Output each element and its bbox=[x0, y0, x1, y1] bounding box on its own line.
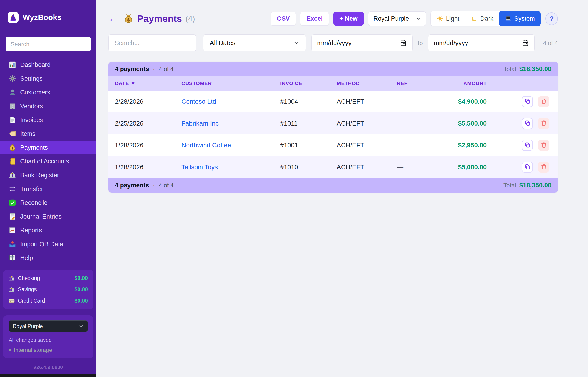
cell-method: ACH/EFT bbox=[337, 120, 397, 127]
calendar-icon[interactable] bbox=[400, 40, 407, 47]
settings-icon bbox=[9, 75, 16, 82]
cell-invoice: #1011 bbox=[280, 120, 337, 127]
copy-icon bbox=[524, 98, 531, 105]
theme-dropdown[interactable]: Royal Purple bbox=[368, 12, 426, 26]
account-balance: $0.00 bbox=[74, 286, 88, 293]
sidebar-item-payments[interactable]: $Payments bbox=[0, 141, 96, 154]
trash-icon bbox=[541, 141, 547, 149]
cell-actions bbox=[487, 140, 552, 151]
delete-button[interactable] bbox=[538, 162, 549, 173]
column-header-method[interactable]: METHOD bbox=[337, 81, 397, 86]
table-row[interactable]: 1/28/2026Tailspin Toys#1010ACH/EFT—$5,00… bbox=[108, 156, 558, 178]
sidebar-item-invoices[interactable]: Invoices bbox=[0, 113, 96, 127]
sidebar-item-dashboard[interactable]: Dashboard bbox=[0, 58, 96, 72]
cell-customer: Fabrikam Inc bbox=[181, 120, 280, 127]
customer-link[interactable]: Fabrikam Inc bbox=[181, 120, 219, 127]
cell-date: 2/25/2026 bbox=[115, 120, 181, 127]
help-button[interactable]: ? bbox=[545, 12, 558, 25]
sidebar-item-reconcile[interactable]: Reconcile bbox=[0, 196, 96, 210]
wyzbooks-logo-icon bbox=[8, 12, 19, 23]
csv-button[interactable]: CSV bbox=[271, 12, 296, 25]
sidebar-search-input[interactable] bbox=[6, 37, 91, 51]
trash-icon bbox=[541, 164, 547, 171]
table-body: 2/28/2026Contoso Ltd#1004ACH/EFT—$4,900.… bbox=[108, 91, 558, 178]
sidebar-item-help[interactable]: Help bbox=[0, 251, 96, 265]
sidebar-spacer bbox=[0, 265, 96, 270]
sidebar-item-journal-entries[interactable]: Journal Entries bbox=[0, 210, 96, 224]
customers-icon bbox=[9, 89, 16, 96]
filter-bar: All Dates mm/dd/yyyy to mm/dd/yyyy 4 of … bbox=[108, 35, 558, 51]
vendors-icon bbox=[9, 102, 16, 110]
sidebar-item-customers[interactable]: Customers bbox=[0, 85, 96, 99]
mode-system[interactable]: System bbox=[499, 11, 541, 26]
column-header-invoice[interactable]: INVOICE bbox=[280, 81, 337, 86]
cell-amount: $5,500.00 bbox=[445, 120, 487, 127]
customer-link[interactable]: Northwind Coffee bbox=[181, 141, 231, 149]
chevron-down-icon bbox=[416, 16, 421, 21]
column-header-customer[interactable]: CUSTOMER bbox=[181, 81, 280, 86]
excel-button[interactable]: Excel bbox=[300, 12, 329, 25]
moon-icon bbox=[471, 15, 478, 22]
storage-dot-icon bbox=[9, 349, 11, 352]
sidebar-item-import-qb-data[interactable]: Import QB Data bbox=[0, 237, 96, 251]
dashboard-icon bbox=[9, 61, 16, 69]
sidebar-item-reports[interactable]: Reports bbox=[0, 224, 96, 237]
table-summary-bar: 4 payments · 4 of 4 Total $18,350.00 bbox=[108, 62, 558, 76]
copy-button[interactable] bbox=[522, 140, 533, 151]
page-header: ← $ Payments (4) CSV Excel + New Royal P… bbox=[108, 11, 558, 26]
moneybag-icon: $ bbox=[9, 144, 16, 152]
cell-customer: Northwind Coffee bbox=[181, 141, 280, 149]
copy-button[interactable] bbox=[522, 162, 533, 173]
cell-date: 1/28/2026 bbox=[115, 141, 181, 149]
total-amount: $18,350.00 bbox=[519, 182, 552, 189]
customer-link[interactable]: Contoso Ltd bbox=[181, 98, 216, 105]
sun-icon bbox=[436, 15, 443, 22]
computer-icon bbox=[505, 15, 512, 22]
sidebar-item-vendors[interactable]: Vendors bbox=[0, 99, 96, 113]
cell-ref: — bbox=[397, 98, 445, 105]
brand: WyzBooks bbox=[0, 0, 96, 31]
account-credit-card[interactable]: Credit Card$0.00 bbox=[9, 298, 88, 304]
theme-select[interactable]: Royal Purple bbox=[9, 320, 88, 332]
sidebar-item-settings[interactable]: Settings bbox=[0, 72, 96, 85]
copy-button[interactable] bbox=[522, 118, 533, 129]
sidebar-item-transfer[interactable]: Transfer bbox=[0, 182, 96, 196]
main-content: ← $ Payments (4) CSV Excel + New Royal P… bbox=[96, 0, 588, 377]
table-row[interactable]: 2/25/2026Fabrikam Inc#1011ACH/EFT—$5,500… bbox=[108, 112, 558, 134]
table-row[interactable]: 2/28/2026Contoso Ltd#1004ACH/EFT—$4,900.… bbox=[108, 91, 558, 112]
to-label: to bbox=[418, 40, 423, 47]
account-savings[interactable]: $Savings$0.00 bbox=[9, 286, 88, 293]
bank-icon: $ bbox=[9, 171, 16, 179]
column-header-ref[interactable]: REF bbox=[397, 81, 445, 86]
delete-button[interactable] bbox=[538, 140, 549, 151]
import-icon bbox=[9, 240, 16, 248]
date-range-select[interactable]: All Dates bbox=[203, 35, 306, 51]
date-to-input[interactable]: mm/dd/yyyy bbox=[428, 35, 535, 51]
column-header-date[interactable]: DATE ▼ bbox=[115, 81, 181, 86]
table-row[interactable]: 1/28/2026Northwind Coffee#1001ACH/EFT—$2… bbox=[108, 134, 558, 156]
sidebar-item-chart-of-accounts[interactable]: Chart of Accounts bbox=[0, 154, 96, 168]
new-button[interactable]: + New bbox=[333, 12, 364, 25]
tag-icon bbox=[9, 130, 16, 138]
cell-invoice: #1010 bbox=[280, 164, 337, 171]
mode-dark[interactable]: Dark bbox=[465, 11, 499, 26]
customer-link[interactable]: Tailspin Toys bbox=[181, 164, 218, 171]
delete-button[interactable] bbox=[538, 96, 549, 107]
sidebar-item-items[interactable]: Items bbox=[0, 127, 96, 141]
sidebar-item-bank-register[interactable]: $Bank Register bbox=[0, 168, 96, 182]
column-header-amount[interactable]: AMOUNT bbox=[445, 81, 487, 86]
back-button[interactable]: ← bbox=[108, 14, 118, 24]
copy-button[interactable] bbox=[522, 96, 533, 107]
delete-button[interactable] bbox=[538, 118, 549, 129]
mode-light[interactable]: Light bbox=[431, 11, 465, 26]
cell-ref: — bbox=[397, 164, 445, 171]
calendar-icon[interactable] bbox=[522, 40, 529, 47]
date-from-input[interactable]: mm/dd/yyyy bbox=[311, 35, 413, 51]
payments-search-input[interactable] bbox=[108, 35, 196, 51]
copy-icon bbox=[524, 120, 531, 127]
svg-text:$: $ bbox=[11, 147, 13, 150]
total-label: Total bbox=[503, 182, 516, 189]
chevron-down-icon bbox=[294, 40, 299, 46]
app-title: WyzBooks bbox=[23, 13, 62, 22]
account-checking[interactable]: $Checking$0.00 bbox=[9, 275, 88, 281]
